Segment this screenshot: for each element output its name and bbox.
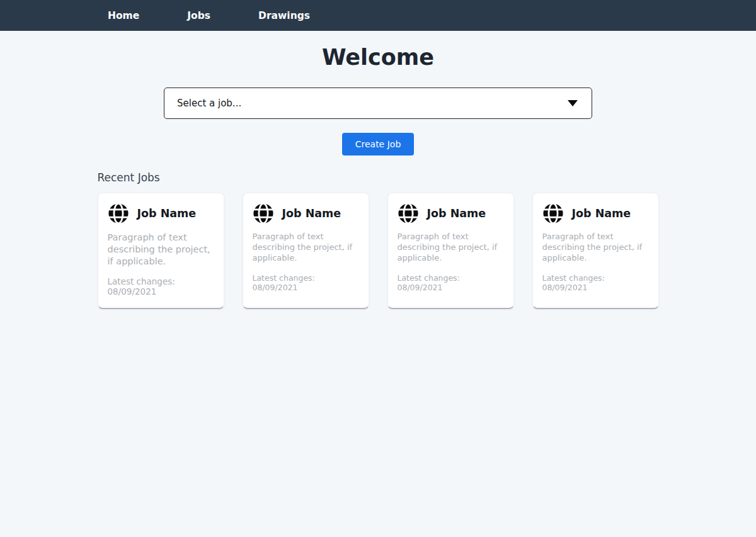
- globe-icon: [108, 203, 129, 224]
- globe-icon: [542, 203, 564, 224]
- job-card[interactable]: Job Name Paragraph of text describing th…: [243, 193, 369, 309]
- job-card-title: Job Name: [137, 207, 197, 220]
- job-card-header: Job Name: [108, 203, 214, 224]
- job-card-description: Paragraph of text describing the project…: [253, 232, 359, 264]
- top-navbar: Home Jobs Drawings: [0, 0, 756, 31]
- job-select[interactable]: Select a job...: [164, 88, 592, 119]
- job-select-placeholder: Select a job...: [177, 98, 241, 109]
- nav-item-jobs[interactable]: Jobs: [187, 10, 210, 21]
- caret-down-icon: [568, 100, 578, 106]
- create-job-button[interactable]: Create Job: [342, 133, 415, 155]
- recent-jobs-heading: Recent Jobs: [98, 171, 659, 184]
- globe-icon: [253, 203, 274, 224]
- page-title: Welcome: [0, 44, 756, 71]
- nav-item-drawings[interactable]: Drawings: [258, 10, 310, 21]
- job-card[interactable]: Job Name Paragraph of text describing th…: [98, 193, 224, 309]
- main-content: Welcome Select a job... Create Job Recen…: [0, 44, 756, 309]
- globe-icon: [398, 203, 419, 224]
- recent-jobs-section: Recent Jobs Job Name: [98, 171, 659, 309]
- job-card-description: Paragraph of text describing the project…: [542, 232, 649, 264]
- job-card-header: Job Name: [253, 203, 359, 224]
- job-card-description: Paragraph of text describing the project…: [108, 232, 214, 268]
- job-card-title: Job Name: [427, 207, 486, 220]
- nav-item-home[interactable]: Home: [108, 10, 139, 21]
- job-card[interactable]: Job Name Paragraph of text describing th…: [387, 193, 514, 309]
- job-card-title: Job Name: [282, 207, 341, 220]
- job-card-latest-changes: Latest changes: 08/09/2021: [542, 273, 649, 292]
- job-card-title: Job Name: [572, 207, 631, 220]
- job-card-header: Job Name: [542, 203, 649, 224]
- job-card-latest-changes: Latest changes: 08/09/2021: [398, 273, 504, 292]
- job-card[interactable]: Job Name Paragraph of text describing th…: [532, 193, 659, 309]
- job-card-latest-changes: Latest changes: 08/09/2021: [253, 273, 359, 292]
- job-card-header: Job Name: [398, 203, 504, 224]
- recent-jobs-grid: Job Name Paragraph of text describing th…: [98, 193, 659, 309]
- job-card-description: Paragraph of text describing the project…: [398, 232, 504, 264]
- job-card-latest-changes: Latest changes: 08/09/2021: [108, 276, 214, 297]
